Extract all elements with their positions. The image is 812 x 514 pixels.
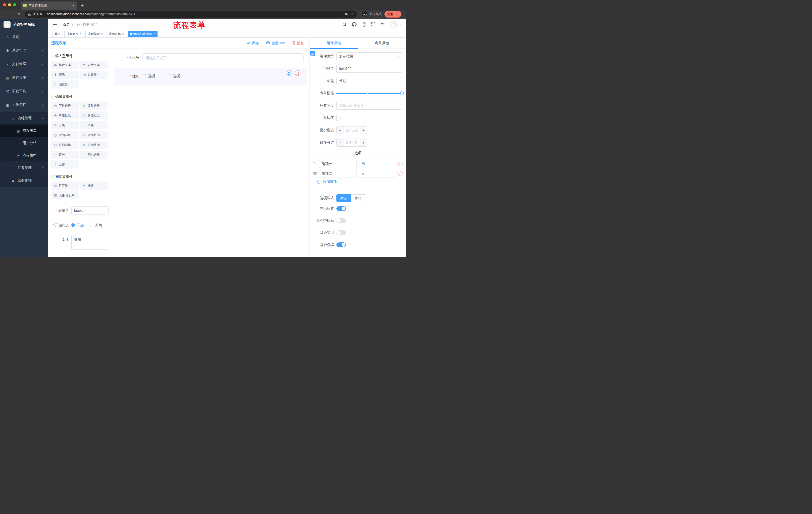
drag-handle-icon[interactable] [313, 172, 317, 175]
clear-button[interactable]: 清空 [292, 41, 304, 46]
component-rich-editor[interactable]: ✎编辑器 [51, 80, 79, 88]
component-type-select[interactable]: 多选框组 ∨ [337, 52, 402, 60]
sidebar-item-infrastructure[interactable]: ▥ 基础设施 ∨ [0, 71, 48, 84]
component-upload[interactable]: ⇧上传 [51, 160, 79, 168]
close-window-button[interactable] [3, 3, 6, 6]
component-time-picker[interactable]: ◷时间选择 [51, 131, 79, 139]
increase-icon[interactable]: + [360, 127, 367, 134]
help-icon[interactable]: ? [362, 22, 366, 27]
more-dots-icon[interactable]: ⋮ [396, 12, 399, 16]
sidebar-item-process-form[interactable]: ▤ 流程表单 [0, 125, 48, 137]
component-text-field[interactable]: ▭单行文本 [51, 61, 79, 69]
component-select[interactable]: ◎下拉选择 [51, 102, 79, 110]
component-cascader[interactable]: ⋔级联选择 [80, 102, 108, 110]
component-checkbox-group[interactable]: ☑多选框组 [80, 111, 108, 119]
font-size-icon[interactable]: TT [381, 23, 384, 26]
tab-form-props[interactable]: 表单属性 [358, 38, 406, 49]
field-name-input[interactable] [337, 64, 402, 73]
status-off-radio[interactable]: 关闭 [90, 221, 102, 229]
component-switch[interactable]: ⊙开关 [51, 121, 79, 129]
label-width-input[interactable] [337, 102, 402, 110]
component-button[interactable]: ✦按钮 [80, 182, 108, 190]
show-label-toggle[interactable] [337, 206, 346, 211]
component-password[interactable]: ✱密码 [51, 71, 79, 79]
gender-option-2-checkbox[interactable]: 选项二 [167, 74, 183, 78]
style-button-button[interactable]: 按钮 [351, 194, 365, 202]
component-slider[interactable]: ↔滑块 [80, 121, 108, 129]
decrease-icon[interactable]: − [337, 127, 343, 134]
decrease-icon[interactable]: − [337, 139, 343, 146]
component-textarea[interactable]: ▤多行文本 [80, 61, 108, 69]
forward-icon[interactable]: → [9, 11, 16, 17]
sidebar-item-devtools[interactable]: ⚒ 研发工具 ∨ [0, 84, 48, 98]
back-icon[interactable]: ← [2, 11, 9, 17]
slider-handle[interactable] [400, 91, 404, 95]
sidebar-item-home[interactable]: ⌂ 首页 [0, 30, 48, 44]
browser-tab[interactable]: 芋道管理系统 × [21, 1, 77, 9]
style-default-button[interactable]: 默认 [337, 194, 351, 202]
gender-option-1-checkbox[interactable]: 选项一 [142, 74, 158, 78]
sidebar-item-task-manage[interactable]: ☷ 任务管理 ∨ [0, 161, 48, 174]
save-button[interactable]: 保存 [247, 41, 259, 46]
component-date-picker[interactable]: ⊟日期选择 [51, 141, 79, 149]
tag-close-icon[interactable]: × [101, 32, 103, 35]
option-1-value-input[interactable] [359, 160, 397, 168]
required-toggle[interactable] [337, 242, 346, 247]
fullscreen-icon[interactable] [371, 22, 375, 26]
delete-component-icon[interactable] [295, 71, 300, 76]
remove-option-icon[interactable]: − [399, 171, 403, 176]
disabled-toggle[interactable] [337, 231, 346, 235]
bookmark-star-icon[interactable]: ☆ [351, 12, 354, 16]
sidebar-item-process-model[interactable]: ➤ 流程模型 [0, 149, 48, 161]
key-icon[interactable] [345, 12, 349, 16]
sidebar-item-process-manage[interactable]: ☰ 流程管理 ∧ [0, 112, 48, 125]
component-rate[interactable]: ☆评分 [51, 151, 79, 159]
address-bar[interactable]: 不安全 dashboard.yudao.iocoder.cn/bpm/manag… [25, 10, 357, 18]
search-icon[interactable] [343, 22, 347, 27]
sidebar-item-user-group[interactable]: ⚇ 用户分组 [0, 137, 48, 149]
chrome-update-button[interactable]: 更新 ⋮ [384, 11, 402, 18]
add-option-button[interactable]: + 添加选项 [317, 180, 402, 184]
sidebar-item-system[interactable]: ⚙ 系统管理 ∨ [0, 44, 48, 57]
drag-handle-icon[interactable] [313, 162, 317, 165]
component-radio-group[interactable]: ◉单选框组 [51, 111, 79, 119]
component-date-range[interactable]: ⊞日期范围 [80, 141, 108, 149]
sidebar-item-workflow[interactable]: ▣ 工作流程 ∧ [0, 98, 48, 112]
sidebar-item-leave-query[interactable]: ♟ 请假查询 [0, 174, 48, 187]
collapse-sidebar-icon[interactable] [53, 23, 57, 26]
sidebar-logo[interactable]: 芋道管理系统 [0, 19, 48, 30]
title-input[interactable] [337, 77, 402, 85]
tag-process-model[interactable]: 流程模型 × [85, 31, 105, 37]
form-name-input[interactable] [71, 207, 109, 215]
phone-input[interactable] [142, 53, 303, 62]
tab-component-props[interactable]: 组件属性 [310, 38, 358, 49]
zoom-window-button[interactable] [13, 3, 16, 6]
form-grid-slider[interactable] [337, 89, 402, 97]
tag-close-icon[interactable]: × [153, 32, 155, 35]
breadcrumb-home[interactable]: 首页 [63, 22, 70, 27]
status-on-radio[interactable]: 开启 [71, 221, 84, 229]
tag-process-form[interactable]: 流程表单 × [107, 31, 126, 37]
minimize-window-button[interactable] [8, 3, 11, 6]
component-table[interactable]: ▦表格[开发中] [51, 191, 79, 199]
increase-icon[interactable]: + [360, 139, 367, 146]
default-value-input[interactable] [337, 114, 402, 122]
tag-close-icon[interactable]: × [122, 32, 124, 35]
reload-icon[interactable]: ↻ [16, 11, 22, 17]
tag-close-icon[interactable]: × [80, 32, 82, 35]
phone-field-row[interactable]: 手机号 [114, 53, 307, 62]
link-icon-button[interactable] [310, 51, 315, 56]
form-remark-textarea[interactable]: 嘿嘿 [71, 236, 108, 250]
tab-close-icon[interactable]: × [72, 4, 75, 7]
component-color-picker[interactable]: ◐颜色选择 [80, 151, 108, 159]
option-2-label-input[interactable] [319, 170, 357, 178]
remove-option-icon[interactable]: − [399, 162, 403, 166]
option-1-label-input[interactable] [319, 160, 357, 168]
view-json-button[interactable]: 查看json [266, 41, 285, 46]
avatar[interactable] [390, 21, 398, 28]
copy-component-icon[interactable] [287, 71, 292, 76]
slider-track[interactable] [337, 93, 402, 94]
gender-field-block-selected[interactable]: 性别 选项一 选项二 [114, 68, 307, 85]
max-select-value[interactable]: 最多可选 [343, 139, 360, 146]
min-select-value[interactable]: 至少应选 [343, 127, 360, 134]
